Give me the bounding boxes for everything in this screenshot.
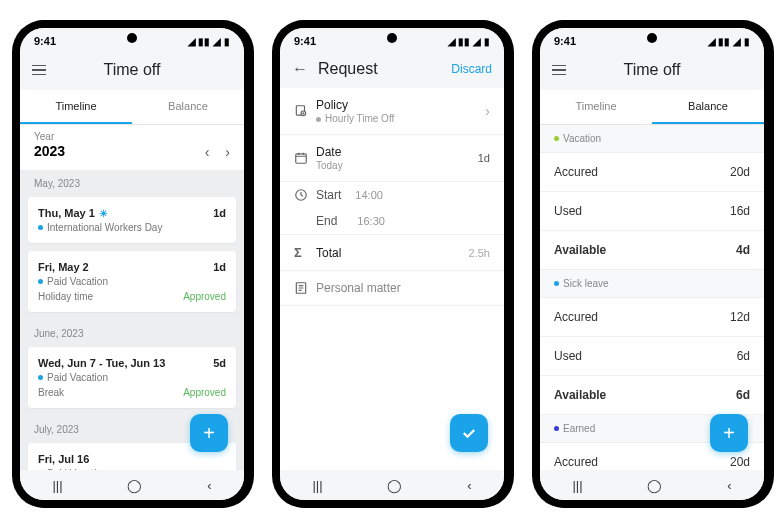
type-dot [38,225,43,230]
menu-icon[interactable] [32,60,52,80]
sigma-icon: Σ [294,245,316,260]
status-icons: ◢ ▮▮ ◢ ▮ [708,36,750,47]
timeoff-card[interactable]: Thu, May 1☀1dInternational Workers Day [28,197,236,243]
submit-button[interactable] [450,414,488,452]
card-date: Wed, Jun 7 - Tue, Jun 13 [38,357,165,369]
menu-icon[interactable] [552,60,572,80]
nav-back-icon[interactable]: ‹ [207,478,211,493]
start-value: 14:00 [355,189,383,201]
tab-timeline[interactable]: Timeline [540,90,652,124]
android-navbar: ||| ◯ ‹ [540,470,764,500]
year-prev-icon[interactable]: ‹ [205,144,210,160]
month-header: May, 2023 [20,170,244,197]
phone-timeline: 9:41 ◢ ▮▮ ◢ ▮ Time off Timeline Balance … [12,20,252,508]
balance-label: Used [554,349,582,363]
policy-value: Hourly Time Off [316,113,485,124]
year-value: 2023 [34,143,65,159]
add-button[interactable]: + [710,414,748,452]
card-duration: 1d [213,261,226,273]
type-dot [554,281,559,286]
app-header: Time off [540,54,764,90]
camera-notch [647,33,657,43]
tabs: Timeline Balance [540,90,764,125]
nav-recent-icon[interactable]: ||| [572,478,582,493]
end-value: 16:30 [357,215,385,227]
card-type: Paid Vacation [47,372,108,383]
tab-balance[interactable]: Balance [132,90,244,124]
start-label: Start [316,188,341,202]
add-button[interactable]: + [190,414,228,452]
clock: 9:41 [34,35,56,47]
holiday-icon: ☀ [99,208,108,219]
year-next-icon[interactable]: › [225,144,230,160]
page-title: Request [318,60,451,78]
clock: 9:41 [554,35,576,47]
nav-home-icon[interactable]: ◯ [387,478,402,493]
clock-icon [294,188,316,202]
year-selector[interactable]: Year 2023 ‹ › [20,125,244,170]
balance-label: Accured [554,165,598,179]
start-row[interactable]: Start 14:00 [280,182,504,208]
status-icons: ◢ ▮▮ ◢ ▮ [448,36,490,47]
note-value: Personal matter [316,281,490,295]
timeoff-card[interactable]: Fri, May 21dPaid VacationHoliday timeApp… [28,251,236,312]
balance-row: Used6d [540,337,764,376]
group-name: Earned [563,423,595,434]
back-icon[interactable]: ← [292,60,308,78]
group-name: Vacation [563,133,601,144]
balance-value: 4d [736,243,750,257]
date-row[interactable]: Date Today 1d [280,135,504,182]
end-label: End [316,214,337,228]
android-navbar: ||| ◯ ‹ [280,470,504,500]
calendar-icon [294,151,316,165]
policy-row[interactable]: Policy Hourly Time Off › [280,88,504,135]
card-status: Approved [183,291,226,302]
nav-back-icon[interactable]: ‹ [727,478,731,493]
balance-label: Available [554,243,606,257]
card-note: Break [38,387,64,398]
nav-home-icon[interactable]: ◯ [647,478,662,493]
svg-rect-2 [296,154,307,163]
note-row[interactable]: Personal matter [280,271,504,306]
status-icons: ◢ ▮▮ ◢ ▮ [188,36,230,47]
tab-balance[interactable]: Balance [652,90,764,124]
card-duration: 5d [213,357,226,369]
type-dot [554,136,559,141]
card-date: Fri, Jul 16 [38,453,89,465]
balance-value: 20d [730,165,750,179]
end-row[interactable]: End 16:30 [280,208,504,235]
type-dot [38,279,43,284]
type-dot [554,426,559,431]
total-value: 2.5h [469,247,490,259]
tab-timeline[interactable]: Timeline [20,90,132,124]
card-type: Paid Vacation [47,276,108,287]
type-dot [38,375,43,380]
nav-home-icon[interactable]: ◯ [127,478,142,493]
date-duration: 1d [478,152,490,164]
page-title: Time off [572,61,732,79]
policy-label: Policy [316,98,485,112]
balance-row: Used16d [540,192,764,231]
android-navbar: ||| ◯ ‹ [20,470,244,500]
card-note: Holiday time [38,291,93,302]
total-row: Σ Total 2.5h [280,235,504,271]
discard-button[interactable]: Discard [451,62,492,76]
nav-back-icon[interactable]: ‹ [467,478,471,493]
tabs: Timeline Balance [20,90,244,125]
balance-row: Available4d [540,231,764,270]
camera-notch [127,33,137,43]
total-label: Total [316,246,469,260]
balance-value: 12d [730,310,750,324]
balance-row: Accured20d [540,153,764,192]
month-header: June, 2023 [20,320,244,347]
timeoff-card[interactable]: Wed, Jun 7 - Tue, Jun 135dPaid VacationB… [28,347,236,408]
card-status: Approved [183,387,226,398]
app-header: ← Request Discard [280,54,504,88]
nav-recent-icon[interactable]: ||| [312,478,322,493]
chevron-right-icon: › [485,103,490,119]
nav-recent-icon[interactable]: ||| [52,478,62,493]
card-date: Thu, May 1☀ [38,207,108,219]
phone-request: 9:41 ◢ ▮▮ ◢ ▮ ← Request Discard Policy H… [272,20,512,508]
group-name: Sick leave [563,278,609,289]
balance-label: Accured [554,310,598,324]
